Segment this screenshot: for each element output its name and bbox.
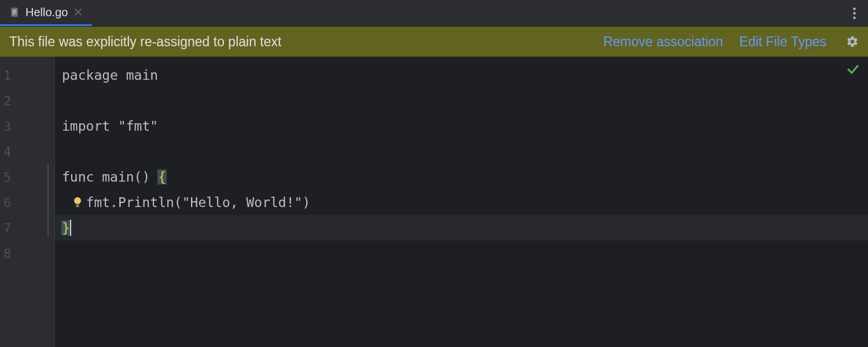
code-line: import "fmt" bbox=[55, 113, 868, 139]
edit-file-types-link[interactable]: Edit File Types bbox=[740, 34, 826, 50]
tab-filename: Hello.go bbox=[25, 6, 68, 19]
code-line bbox=[55, 241, 868, 266]
svg-rect-2 bbox=[13, 12, 17, 12]
line-number: 7 bbox=[0, 215, 54, 241]
remove-association-link[interactable]: Remove association bbox=[603, 34, 723, 50]
line-number: 4 bbox=[0, 139, 54, 164]
open-brace: { bbox=[157, 169, 167, 184]
line-number: 8 bbox=[0, 241, 54, 266]
code-line: } bbox=[55, 215, 868, 241]
code-line bbox=[55, 88, 868, 113]
code-area[interactable]: package main import "fmt" func main() { … bbox=[55, 57, 868, 347]
line-number: 6 bbox=[0, 190, 54, 215]
line-number: 1 bbox=[0, 62, 54, 88]
line-number: 3 bbox=[0, 113, 54, 139]
caret bbox=[70, 220, 71, 236]
code-line: func main() { bbox=[55, 164, 868, 190]
code-editor[interactable]: 1 2 3 4 5 6 7 8 package main import "fmt… bbox=[0, 57, 868, 347]
line-number: 2 bbox=[0, 88, 54, 113]
close-icon[interactable] bbox=[73, 8, 83, 17]
svg-rect-1 bbox=[13, 10, 17, 11]
gutter: 1 2 3 4 5 6 7 8 bbox=[0, 57, 55, 347]
line-number: 5 bbox=[0, 164, 54, 190]
gear-icon[interactable] bbox=[846, 35, 859, 48]
svg-point-6 bbox=[853, 16, 855, 19]
svg-point-7 bbox=[74, 197, 81, 204]
close-brace: } bbox=[61, 220, 71, 235]
code-line: fmt.Println("Hello, World!") bbox=[55, 190, 868, 215]
code-line bbox=[55, 139, 868, 164]
notification-message: This file was explicitly re-assigned to … bbox=[9, 34, 587, 50]
kebab-menu-icon[interactable] bbox=[848, 5, 860, 21]
svg-rect-3 bbox=[13, 13, 16, 14]
block-marker bbox=[47, 164, 49, 237]
svg-rect-9 bbox=[76, 206, 79, 207]
file-icon bbox=[9, 7, 20, 17]
svg-point-4 bbox=[853, 8, 855, 10]
tab-bar: Hello.go bbox=[0, 0, 868, 27]
lightbulb-icon[interactable] bbox=[72, 197, 83, 208]
svg-point-5 bbox=[853, 12, 855, 14]
notification-bar: This file was explicitly re-assigned to … bbox=[0, 27, 868, 57]
svg-rect-8 bbox=[76, 205, 79, 206]
code-line: package main bbox=[55, 62, 868, 88]
file-tab[interactable]: Hello.go bbox=[0, 0, 92, 26]
checkmark-icon[interactable] bbox=[846, 62, 860, 76]
